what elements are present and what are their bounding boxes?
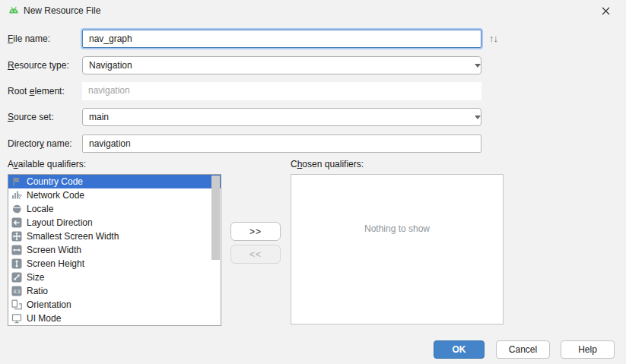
qualifier-item[interactable]: Orientation (8, 298, 221, 312)
directory-name-value: navigation (89, 138, 131, 149)
arrow-diagonal-icon (11, 271, 23, 283)
empty-state-text: Nothing to show (291, 223, 503, 234)
arrow-horizontal-icon (11, 244, 23, 256)
chevron-down-icon (475, 64, 481, 68)
available-qualifiers-label: Available qualifiers: (8, 157, 86, 172)
arrow-left-icon (11, 217, 23, 229)
qualifier-item-label: UI Mode (27, 313, 61, 324)
qualifier-item-label: Country Code (27, 176, 83, 187)
qualifier-item[interactable]: UI Mode (8, 312, 221, 325)
cancel-button[interactable]: Cancel (496, 340, 550, 359)
root-element-input[interactable]: navigation (82, 82, 481, 100)
move-right-button[interactable]: >> (230, 222, 281, 241)
flag-icon (11, 176, 23, 188)
chevron-down-icon (475, 116, 481, 119)
file-name-input[interactable]: nav_graph (82, 30, 481, 48)
file-name-label: File name: (8, 30, 50, 48)
aspect-ratio-icon: 4:3 (11, 285, 23, 297)
qualifier-item-label: Layout Direction (27, 217, 93, 228)
chosen-qualifiers-label: Chosen qualifiers: (291, 157, 364, 172)
directory-name-label: Directory name: (8, 135, 72, 153)
file-name-value: nav_graph (89, 33, 132, 44)
root-element-label: Root element: (8, 82, 65, 100)
qualifier-item[interactable]: Screen Width (8, 243, 221, 257)
source-set-value: main (83, 109, 109, 125)
available-qualifiers-list[interactable]: Country CodeNetwork CodeLocaleLayout Dir… (8, 174, 221, 326)
qualifier-item[interactable]: Locale (8, 202, 221, 216)
root-element-placeholder: navigation (88, 85, 130, 96)
qualifier-item[interactable]: Smallest Screen Width (8, 229, 221, 243)
move-arrows-icon (11, 230, 23, 242)
orientation-icon (11, 299, 23, 311)
qualifier-item-label: Orientation (27, 299, 71, 310)
source-set-label: Source set: (8, 108, 54, 126)
qualifier-item-label: Screen Height (27, 258, 84, 269)
network-signal-icon (11, 189, 23, 201)
move-left-button: << (230, 245, 281, 264)
resource-type-label: Resource type: (8, 56, 69, 74)
ui-mode-icon (11, 312, 23, 324)
qualifier-item[interactable]: Country Code (8, 175, 221, 188)
resource-type-select[interactable]: Navigation (82, 56, 481, 74)
directory-name-input[interactable]: navigation (82, 135, 481, 153)
help-button[interactable]: Help (561, 340, 615, 359)
vertical-scrollbar[interactable] (211, 176, 220, 260)
qualifier-item-label: Size (27, 272, 44, 283)
qualifier-item-label: Network Code (27, 190, 84, 201)
title-bar: New Resource File (0, 0, 626, 21)
qualifier-item-label: Locale (27, 204, 53, 214)
close-icon[interactable] (596, 1, 615, 21)
qualifier-item[interactable]: Size (8, 271, 221, 284)
source-set-select[interactable]: main (82, 108, 481, 126)
qualifier-item-label: Screen Width (27, 245, 81, 255)
sort-updown-icon: ↑↓ (489, 30, 497, 48)
qualifier-item[interactable]: Screen Height (8, 257, 221, 271)
dialog-title: New Resource File (24, 0, 100, 21)
qualifier-item[interactable]: 4:3Ratio (8, 284, 221, 298)
ok-button[interactable]: OK (434, 340, 485, 359)
qualifier-item[interactable]: Layout Direction (8, 216, 221, 229)
globe-icon (11, 203, 23, 215)
svg-text:4:3: 4:3 (13, 289, 20, 294)
android-icon (8, 5, 20, 17)
arrow-vertical-icon (11, 258, 23, 270)
qualifier-item[interactable]: Network Code (8, 188, 221, 202)
qualifier-item-label: Smallest Screen Width (27, 231, 119, 242)
qualifier-item-label: Ratio (27, 286, 48, 296)
resource-type-value: Navigation (83, 57, 132, 74)
chosen-qualifiers-panel[interactable]: Nothing to show (291, 174, 504, 324)
